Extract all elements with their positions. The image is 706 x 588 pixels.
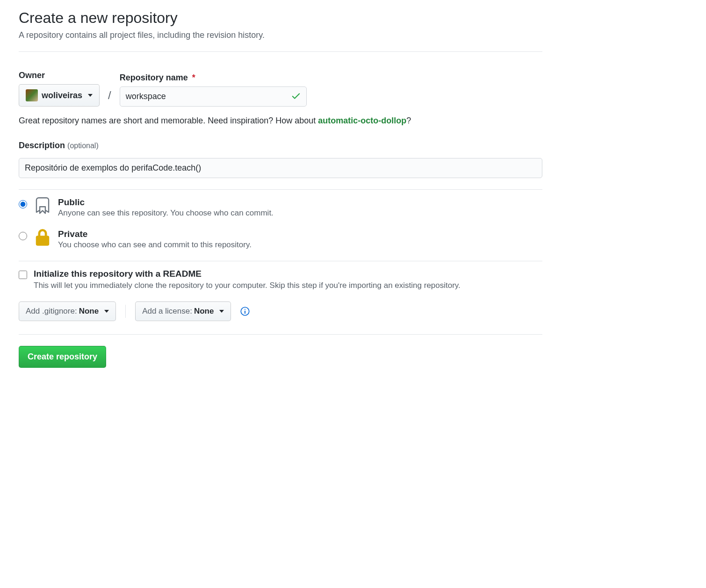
page-title: Create a new repository bbox=[19, 9, 542, 27]
readme-title: Initialize this repository with a README bbox=[34, 269, 461, 279]
divider bbox=[19, 334, 542, 335]
caret-down-icon bbox=[88, 94, 93, 97]
initialize-readme-checkbox[interactable] bbox=[19, 271, 27, 279]
divider bbox=[19, 189, 542, 190]
repo-name-hint: Great repository names are short and mem… bbox=[19, 116, 542, 126]
repo-name-label-text: Repository name bbox=[120, 73, 188, 82]
gitignore-value: None bbox=[79, 307, 99, 316]
visibility-public-radio[interactable] bbox=[19, 200, 27, 208]
page-subtitle: A repository contains all project files,… bbox=[19, 30, 542, 40]
path-separator: / bbox=[105, 89, 114, 107]
info-icon[interactable] bbox=[240, 307, 250, 316]
check-icon bbox=[291, 91, 301, 103]
owner-select-button[interactable]: woliveiras bbox=[19, 84, 100, 107]
repo-name-input[interactable] bbox=[120, 86, 307, 107]
visibility-public-title: Public bbox=[58, 197, 274, 208]
visibility-private-radio[interactable] bbox=[19, 232, 27, 240]
divider bbox=[19, 51, 542, 52]
optional-hint: (optional) bbox=[67, 142, 99, 150]
repo-name-label: Repository name * bbox=[120, 73, 307, 83]
gitignore-dropdown[interactable]: Add .gitignore: None bbox=[19, 301, 116, 321]
lock-icon bbox=[34, 229, 51, 247]
name-suggestion-link[interactable]: automatic-octo-dollop bbox=[318, 116, 406, 125]
create-repository-button[interactable]: Create repository bbox=[19, 346, 106, 368]
license-prefix: Add a license: bbox=[142, 307, 192, 316]
description-label-text: Description bbox=[19, 141, 65, 150]
readme-sub: This will let you immediately clone the … bbox=[34, 281, 461, 290]
license-value: None bbox=[194, 307, 214, 316]
description-label: Description (optional) bbox=[19, 141, 542, 151]
required-asterisk: * bbox=[192, 73, 195, 82]
visibility-private-title: Private bbox=[58, 229, 252, 239]
divider bbox=[19, 261, 542, 261]
visibility-public-sub: Anyone can see this repository. You choo… bbox=[58, 208, 274, 218]
visibility-private-sub: You choose who can see and commit to thi… bbox=[58, 240, 252, 250]
description-input[interactable] bbox=[19, 158, 542, 178]
svg-point-2 bbox=[245, 309, 245, 310]
avatar bbox=[26, 89, 38, 101]
hint-suffix: ? bbox=[406, 116, 411, 125]
vertical-divider bbox=[125, 305, 126, 318]
caret-down-icon bbox=[219, 310, 224, 313]
owner-label: Owner bbox=[19, 71, 100, 80]
repo-public-icon bbox=[34, 197, 51, 215]
gitignore-prefix: Add .gitignore: bbox=[26, 307, 77, 316]
owner-selected-name: woliveiras bbox=[42, 91, 82, 100]
hint-prefix: Great repository names are short and mem… bbox=[19, 116, 318, 125]
caret-down-icon bbox=[104, 310, 109, 313]
license-dropdown[interactable]: Add a license: None bbox=[135, 301, 231, 321]
